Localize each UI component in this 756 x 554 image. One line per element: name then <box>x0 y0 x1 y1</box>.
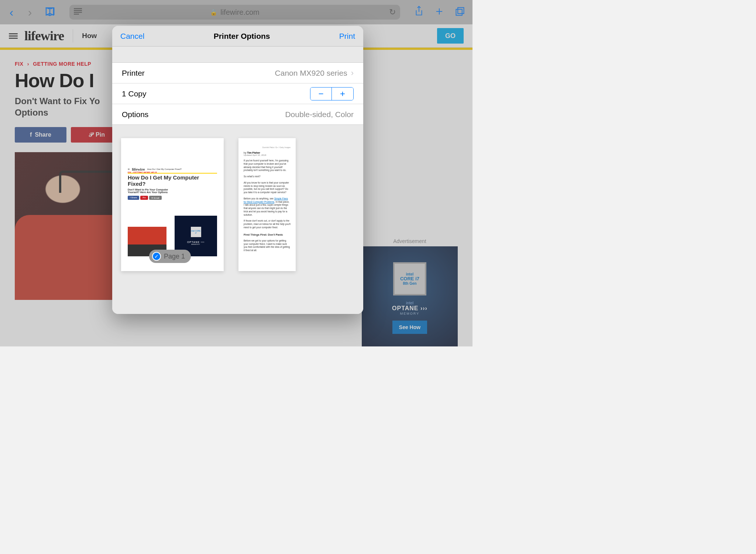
copies-label: 1 Copy <box>122 89 147 98</box>
chevron-right-icon: › <box>351 68 354 78</box>
print-modal: Cancel Printer Options Print Printer Can… <box>112 26 363 314</box>
options-label: Options <box>122 110 148 119</box>
page-badge[interactable]: ✓ Page 1 <box>149 250 191 263</box>
modal-header: Cancel Printer Options Print <box>112 26 363 47</box>
section-gap <box>112 47 363 63</box>
cancel-button[interactable]: Cancel <box>120 32 144 41</box>
preview-area[interactable]: ≡ lifewire How Do I Get My Computer Fixe… <box>112 125 363 314</box>
print-button[interactable]: Print <box>339 32 355 41</box>
stepper-plus[interactable]: + <box>332 88 353 100</box>
copies-stepper: − + <box>310 87 354 100</box>
page-preview-2[interactable]: Dominik Pabis / E+ / Getty Images by Tim… <box>238 138 296 271</box>
modal-title: Printer Options <box>214 32 270 41</box>
printer-row[interactable]: Printer Canon MX920 series › <box>112 63 363 83</box>
settings-list: Printer Canon MX920 series › 1 Copy − + … <box>112 63 363 125</box>
modal-overlay: Cancel Printer Options Print Printer Can… <box>0 0 472 346</box>
options-value: Double-sided, Color <box>285 110 354 119</box>
printer-value: Canon MX920 series <box>275 69 347 78</box>
options-row[interactable]: Options Double-sided, Color <box>112 104 363 125</box>
page-preview-1[interactable]: ≡ lifewire How Do I Get My Computer Fixe… <box>121 138 224 271</box>
printer-label: Printer <box>122 69 145 78</box>
check-icon: ✓ <box>152 252 161 261</box>
copies-row: 1 Copy − + <box>112 83 363 104</box>
stepper-minus[interactable]: − <box>310 88 332 100</box>
page-badge-label: Page 1 <box>164 253 185 260</box>
